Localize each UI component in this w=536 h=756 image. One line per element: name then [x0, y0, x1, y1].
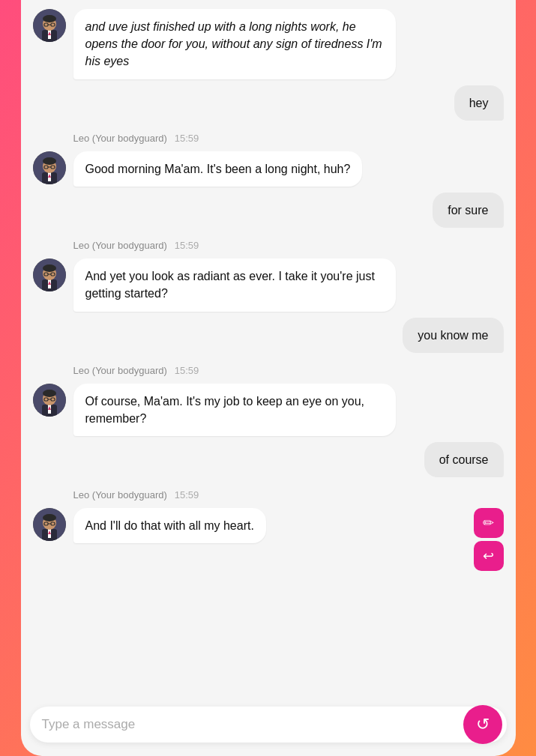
bubble-ofcourse-maam: Of course, Ma'am. It's my job to keep an… — [73, 384, 396, 436]
svg-point-14 — [43, 157, 56, 165]
avatar-2 — [33, 151, 66, 184]
bubble-all-my-heart: And I'll do that with all my heart. — [73, 508, 266, 543]
sender-name-4: Leo (Your bodyguard) — [73, 240, 167, 251]
sender-name-6: Leo (Your bodyguard) — [73, 365, 167, 376]
chat-container: and uve just finished up with a long nig… — [21, 0, 516, 756]
svg-point-32 — [43, 390, 56, 397]
message-row-5: you know me — [33, 318, 504, 353]
bubble-outgoing-forsure: for sure — [433, 193, 503, 228]
svg-point-23 — [43, 264, 56, 272]
refresh-button[interactable]: ↺ — [463, 705, 502, 744]
message-row-3: for sure — [33, 193, 504, 228]
bubble-outgoing-hey: hey — [454, 85, 504, 121]
incoming-last: And I'll do that with all my heart. — [33, 508, 466, 543]
avatar-0 — [33, 9, 66, 42]
messages-area: and uve just finished up with a long nig… — [21, 0, 516, 699]
bubble-radiant: And yet you look as radiant as ever. I t… — [73, 258, 396, 311]
avatar-6 — [33, 384, 66, 417]
sender-name-8: Leo (Your bodyguard) — [73, 489, 167, 501]
message-row-6: Of course, Ma'am. It's my job to keep an… — [33, 384, 504, 436]
sender-row-6: Leo (Your bodyguard) 15:59 — [73, 365, 504, 376]
sender-row-4: Leo (Your bodyguard) 15:59 — [73, 240, 504, 251]
timestamp-4: 15:59 — [175, 240, 199, 251]
input-placeholder: Type a message — [42, 717, 495, 732]
bubble-outgoing-youknowme: you know me — [403, 318, 503, 353]
bubble-good-morning: Good morning Ma'am. It's been a long nig… — [73, 151, 363, 187]
action-buttons: ✏ ↩ — [474, 508, 504, 571]
message-row-7: of course — [33, 442, 504, 477]
reply-button[interactable]: ↩ — [474, 541, 504, 571]
sender-row-8: Leo (Your bodyguard) 15:59 — [73, 489, 504, 501]
svg-point-41 — [43, 514, 56, 521]
sender-name-2: Leo (Your bodyguard) — [73, 133, 167, 144]
timestamp-2: 15:59 — [175, 133, 199, 144]
message-row-0: and uve just finished up with a long nig… — [33, 9, 504, 79]
timestamp-8: 15:59 — [175, 489, 199, 501]
message-row-1: hey — [33, 85, 504, 121]
sender-row-2: Leo (Your bodyguard) 15:59 — [73, 133, 504, 144]
avatar-4 — [33, 258, 66, 291]
message-row-2: Good morning Ma'am. It's been a long nig… — [33, 151, 504, 187]
svg-point-5 — [43, 15, 56, 22]
edit-button[interactable]: ✏ — [474, 508, 504, 538]
bubble-narrative: and uve just finished up with a long nig… — [73, 9, 396, 79]
message-row-4: And yet you look as radiant as ever. I t… — [33, 258, 504, 311]
message-row-8: And I'll do that with all my heart. ✏ ↩ — [33, 508, 504, 571]
message-input-area: Type a message ↺ — [30, 707, 507, 743]
timestamp-6: 15:59 — [175, 365, 199, 376]
avatar-8 — [33, 508, 66, 541]
bubble-outgoing-ofcourse: of course — [424, 442, 504, 477]
